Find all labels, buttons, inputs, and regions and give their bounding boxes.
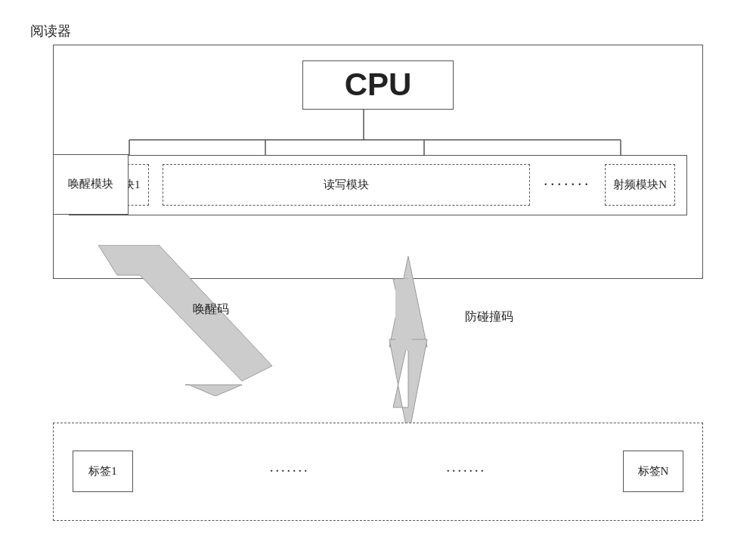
tags-box: 标签1 ······· ······· 标签N (53, 423, 703, 521)
svg-marker-12 (389, 339, 427, 423)
rf-module-n: 射频模块N (605, 164, 675, 206)
wakeup-code-label: 唤醒码 (193, 302, 229, 317)
tag-dots-2: ······· (447, 463, 487, 479)
tag-dots-1: ······· (270, 463, 310, 479)
wakeup-module-label: 唤醒模块 (68, 177, 113, 191)
svg-rect-13 (395, 279, 412, 351)
page-title: 阅读器 (30, 22, 726, 40)
tag-n: 标签N (623, 451, 683, 492)
cpu-label: CPU (345, 67, 412, 103)
wakeup-module: 唤醒模块 (53, 154, 129, 215)
rw-module: 读写模块 (163, 164, 531, 206)
svg-marker-8 (185, 385, 242, 396)
cpu-box: CPU (302, 60, 454, 110)
module-row: 射频模块1 读写模块 ······· 射频模块N (69, 155, 687, 215)
reader-box: CPU 射频模块1 读写模块 ······· 射频模块N (53, 45, 703, 279)
module-dots: ······· (544, 176, 591, 194)
anticollision-arrow-svg (363, 256, 454, 423)
anticollision-code-label: 防碰撞码 (465, 309, 513, 325)
diagram-wrapper: 阅读器 CPU 射频模块1 读写模块 ······· 射频模块N (30, 22, 726, 521)
tag-1: 标签1 (73, 451, 133, 492)
